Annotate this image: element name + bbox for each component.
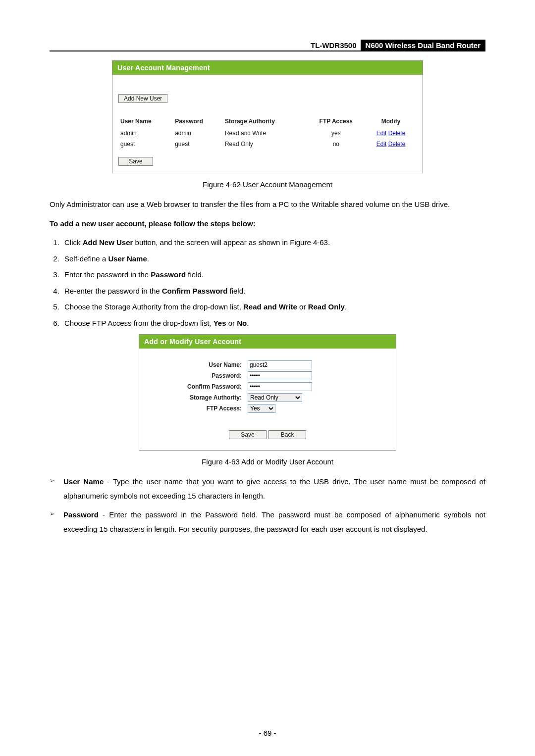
step-item: Re-enter the password in the Confirm Pas… [61, 284, 485, 299]
model-label: TL-WDR3500 [307, 40, 361, 51]
product-label: N600 Wireless Dual Band Router [361, 40, 485, 51]
paragraph: Only Administrator can use a Web browser… [50, 198, 485, 212]
ftp-access-label: FTP Access: [145, 405, 248, 412]
cell-password: guest [173, 139, 223, 150]
panel-title: User Account Management [112, 61, 423, 75]
username-label: User Name: [145, 361, 248, 368]
cell-ftp: yes [307, 128, 365, 139]
steps-heading: To add a new user account, please follow… [50, 217, 485, 231]
cell-username: admin [118, 128, 173, 139]
cell-password: admin [173, 128, 223, 139]
page-number: - 69 - [0, 729, 535, 737]
ftp-access-select[interactable]: Yes [248, 404, 275, 413]
col-modify: Modify [365, 115, 417, 128]
col-password: Password [173, 115, 223, 128]
back-button[interactable]: Back [268, 430, 306, 439]
figure-caption-2: Figure 4-63 Add or Modify User Account [50, 457, 485, 466]
add-modify-user-panel: Add or Modify User Account User Name: Pa… [139, 334, 396, 451]
step-item: Self-define a User Name. [61, 252, 485, 266]
edit-link[interactable]: Edit [376, 141, 387, 148]
delete-link[interactable]: Delete [388, 130, 406, 137]
step-item: Choose FTP Access from the drop-down lis… [61, 316, 485, 331]
confirm-password-field[interactable] [248, 382, 312, 391]
definition-list: User Name - Type the user name that you … [50, 475, 485, 536]
table-row: admin admin Read and Write yes Edit Dele… [118, 128, 417, 139]
step-item: Click Add New User button, and the scree… [61, 236, 485, 250]
storage-authority-select[interactable]: Read Only [248, 393, 302, 402]
col-username: User Name [118, 115, 173, 128]
save-button[interactable]: Save [118, 157, 153, 166]
cell-username: guest [118, 139, 173, 150]
storage-authority-label: Storage Authority: [145, 394, 248, 401]
panel-title: Add or Modify User Account [139, 335, 396, 349]
password-label: Password: [145, 372, 248, 379]
page-header: TL-WDR3500 N600 Wireless Dual Band Route… [50, 40, 485, 51]
cell-ftp: no [307, 139, 365, 150]
save-button[interactable]: Save [229, 430, 267, 439]
step-item: Enter the password in the Password field… [61, 268, 485, 282]
confirm-password-label: Confirm Password: [145, 383, 248, 390]
definition-item: User Name - Type the user name that you … [50, 475, 485, 503]
user-account-panel: User Account Management Add New User Use… [112, 60, 423, 173]
add-new-user-button[interactable]: Add New User [118, 94, 167, 103]
delete-link[interactable]: Delete [388, 141, 406, 148]
col-storage-authority: Storage Authority [223, 115, 307, 128]
table-row: guest guest Read Only no Edit Delete [118, 139, 417, 150]
definition-item: Password - Enter the password in the Pas… [50, 508, 485, 536]
password-field[interactable] [248, 371, 312, 380]
step-item: Choose the Storage Authority from the dr… [61, 300, 485, 314]
steps-list: Click Add New User button, and the scree… [50, 236, 485, 330]
cell-auth: Read Only [223, 139, 307, 150]
cell-auth: Read and Write [223, 128, 307, 139]
username-field[interactable] [248, 360, 312, 369]
col-ftp-access: FTP Access [307, 115, 365, 128]
figure-caption-1: Figure 4-62 User Account Management [50, 180, 485, 189]
edit-link[interactable]: Edit [376, 130, 387, 137]
user-table: User Name Password Storage Authority FTP… [118, 115, 417, 150]
